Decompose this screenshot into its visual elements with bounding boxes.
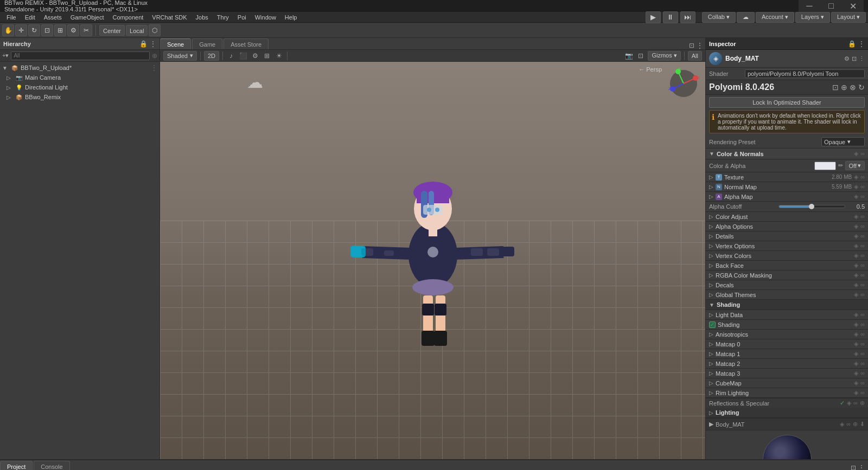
menu-assets[interactable]: Assets bbox=[40, 12, 66, 23]
pause-button[interactable]: ⏸ bbox=[663, 11, 678, 23]
pivot-center[interactable]: Center bbox=[99, 25, 125, 36]
tex-expand-icon[interactable]: ▷ bbox=[709, 174, 713, 180]
tab-game[interactable]: Game bbox=[192, 38, 222, 49]
light-data-section[interactable]: ▷ Light Data ◈ ∞ bbox=[706, 310, 868, 320]
vp-light-icon[interactable]: ☀ bbox=[274, 51, 284, 61]
tool-scale[interactable]: ⊡ bbox=[41, 24, 53, 36]
normal-icon-1[interactable]: ◈ bbox=[854, 183, 858, 190]
tree-item-main-camera[interactable]: ▷ 📷 Main Camera bbox=[4, 73, 159, 82]
rl-icon-2[interactable]: ∞ bbox=[860, 389, 865, 396]
mp-icon-2[interactable]: ∞ bbox=[846, 421, 851, 428]
decals-section[interactable]: ▷ Decals ◈ ∞ bbox=[706, 280, 868, 290]
menu-help[interactable]: Help bbox=[280, 12, 302, 23]
bf-icon-2[interactable]: ∞ bbox=[860, 262, 865, 269]
viewport-more-icon[interactable]: ⋮ bbox=[697, 42, 703, 49]
shading-dropdown[interactable]: Shaded ▾ bbox=[163, 51, 197, 61]
tree-item-bbtwo-remix[interactable]: ▷ 📦 BBwo_Remix bbox=[4, 92, 159, 102]
menu-thry[interactable]: Thry bbox=[213, 12, 233, 23]
view-mode-dropdown[interactable]: 2D bbox=[204, 51, 219, 61]
mp-icon-4[interactable]: ⬇ bbox=[860, 421, 865, 428]
shading-section-header[interactable]: ▼ Shading bbox=[706, 300, 868, 310]
tab-project[interactable]: Project bbox=[0, 461, 33, 470]
shading-check-icon-2[interactable]: ∞ bbox=[860, 321, 865, 328]
shading-check-icon-1[interactable]: ◈ bbox=[854, 321, 858, 328]
mc3-icon-1[interactable]: ◈ bbox=[854, 370, 858, 377]
matcap2-section[interactable]: ▷ Matcap 2 ◈ ∞ bbox=[706, 359, 868, 369]
alpha-options-section[interactable]: ▷ Alpha Options ◈ ∞ bbox=[706, 222, 868, 231]
menu-poi[interactable]: Poi bbox=[233, 12, 251, 23]
hierarchy-search[interactable] bbox=[11, 51, 150, 60]
close-button[interactable]: ✕ bbox=[842, 0, 864, 12]
alpha-icon-1[interactable]: ◈ bbox=[854, 193, 858, 200]
mp-icon-3[interactable]: ⊕ bbox=[853, 421, 858, 428]
tool-custom[interactable]: ✂ bbox=[80, 24, 92, 36]
maximize-button[interactable]: □ bbox=[820, 0, 842, 12]
ld-icon-1[interactable]: ◈ bbox=[854, 311, 858, 318]
hierarchy-filter-btn[interactable]: ⊕ bbox=[152, 52, 157, 60]
toolbar-extra[interactable]: ⬡ bbox=[149, 24, 161, 36]
vp-render-icon[interactable]: ⊡ bbox=[636, 51, 646, 61]
color-normals-section-header[interactable]: ▼ Color & Normals ◈ ∞ bbox=[706, 149, 868, 159]
matcap0-section[interactable]: ▷ Matcap 0 ◈ ∞ bbox=[706, 339, 868, 349]
tab-scene[interactable]: Scene bbox=[160, 38, 191, 49]
shading-checkbox[interactable]: ✓ bbox=[709, 321, 716, 328]
back-face-section[interactable]: ▷ Back Face ◈ ∞ bbox=[706, 261, 868, 271]
cube-icon-2[interactable]: ∞ bbox=[860, 379, 865, 387]
mc0-icon-1[interactable]: ◈ bbox=[854, 340, 858, 347]
shading-check-row[interactable]: ✓ Shading ◈ ∞ bbox=[706, 320, 868, 330]
hierarchy-add-icon[interactable]: +▾ bbox=[2, 52, 9, 59]
inspector-lock-icon[interactable]: 🔒 bbox=[848, 40, 856, 48]
lock-optimized-button[interactable]: Lock In Optimized Shader bbox=[709, 97, 865, 108]
bottom-maximize-icon[interactable]: ⊡ bbox=[851, 464, 856, 470]
ca-icon-1[interactable]: ◈ bbox=[854, 213, 858, 220]
alpha-expand-icon[interactable]: ▷ bbox=[709, 194, 713, 199]
mat-more-icon[interactable]: ⋮ bbox=[859, 55, 865, 62]
menu-component[interactable]: Component bbox=[108, 12, 148, 23]
mat-settings-icon[interactable]: ⚙ bbox=[844, 55, 850, 62]
layout-button[interactable]: Layout ▾ bbox=[831, 12, 866, 23]
mc3-icon-2[interactable]: ∞ bbox=[860, 370, 865, 377]
bf-icon-1[interactable]: ◈ bbox=[854, 262, 858, 269]
ca-icon-2[interactable]: ∞ bbox=[860, 213, 865, 220]
minimize-button[interactable]: ─ bbox=[799, 0, 820, 12]
decals-icon-2[interactable]: ∞ bbox=[860, 281, 865, 288]
shader-icon-4[interactable]: ↻ bbox=[858, 83, 865, 92]
mc0-icon-2[interactable]: ∞ bbox=[860, 340, 865, 347]
rgba-color-masking-section[interactable]: ▷ RGBA Color Masking ◈ ∞ bbox=[706, 271, 868, 280]
anisotropics-section[interactable]: ▷ Anisotropics ◈ ∞ bbox=[706, 330, 868, 339]
cube-icon-1[interactable]: ◈ bbox=[854, 379, 858, 387]
cubemap-section[interactable]: ▷ CubeMap ◈ ∞ bbox=[706, 378, 868, 388]
reflect-icon-2[interactable]: ∞ bbox=[853, 400, 858, 407]
viewport-gizmo[interactable]: X Y Z bbox=[667, 67, 700, 100]
vp-stats-icon[interactable]: ⬛ bbox=[238, 51, 248, 61]
vp-fx-icon[interactable]: ⚙ bbox=[250, 51, 260, 61]
reflections-check-icon[interactable]: ✓ bbox=[840, 400, 845, 407]
rgba-icon-2[interactable]: ∞ bbox=[860, 272, 865, 279]
cloud-button[interactable]: ☁ bbox=[737, 12, 755, 23]
mat-open-icon[interactable]: ⊡ bbox=[852, 55, 857, 62]
color-edit-icon[interactable]: ✏ bbox=[838, 162, 843, 169]
off-button[interactable]: Off ▾ bbox=[845, 161, 865, 170]
mc2-icon-1[interactable]: ◈ bbox=[854, 360, 858, 367]
account-button[interactable]: Account ▾ bbox=[756, 12, 794, 23]
gt-icon-2[interactable]: ∞ bbox=[860, 291, 865, 298]
vc-icon-1[interactable]: ◈ bbox=[854, 252, 858, 259]
tab-asset-store[interactable]: Asset Store bbox=[224, 38, 269, 49]
matcap1-section[interactable]: ▷ Matcap 1 ◈ ∞ bbox=[706, 349, 868, 359]
tex-icon-2[interactable]: ∞ bbox=[860, 173, 865, 181]
normal-icon-2[interactable]: ∞ bbox=[860, 183, 865, 190]
ao-icon-1[interactable]: ◈ bbox=[854, 223, 858, 230]
gizmos-dropdown[interactable]: Gizmos ▾ bbox=[648, 51, 680, 61]
global-themes-section[interactable]: ▷ Global Themes ◈ ∞ bbox=[706, 290, 868, 300]
details-section[interactable]: ▷ Details ◈ ∞ bbox=[706, 231, 868, 241]
color-adjust-section[interactable]: ▷ Color Adjust ◈ ∞ bbox=[706, 212, 868, 222]
mat-play-icon[interactable]: ▶ bbox=[709, 421, 713, 428]
anis-icon-2[interactable]: ∞ bbox=[860, 331, 865, 338]
menu-gameobject[interactable]: GameObject bbox=[66, 12, 108, 23]
step-button[interactable]: ⏭ bbox=[680, 11, 695, 23]
layers-button[interactable]: Layers ▾ bbox=[795, 12, 830, 23]
tool-move[interactable]: ✛ bbox=[15, 24, 27, 36]
mc1-icon-2[interactable]: ∞ bbox=[860, 350, 865, 357]
viewport-maximize-icon[interactable]: ⊡ bbox=[689, 42, 694, 49]
vertex-options-section[interactable]: ▷ Vertex Options ◈ ∞ bbox=[706, 241, 868, 251]
